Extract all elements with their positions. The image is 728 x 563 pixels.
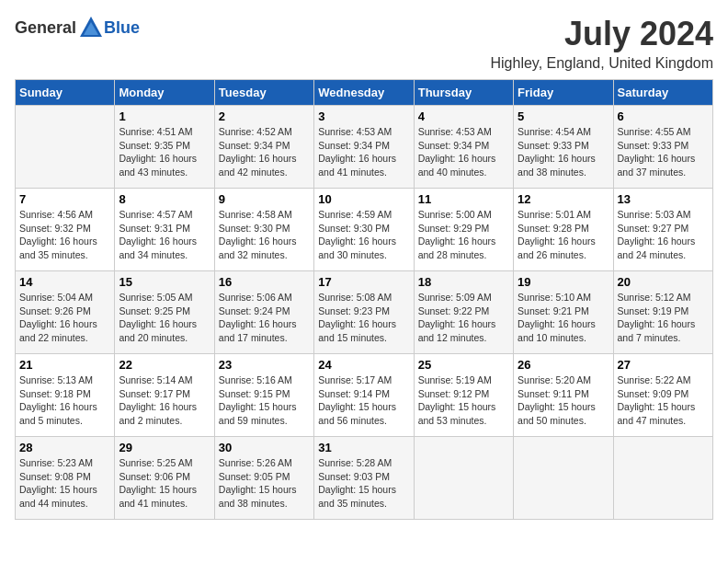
day-info: Sunrise: 4:55 AM Sunset: 9:33 PM Dayligh… [618, 125, 709, 179]
col-saturday: Saturday [613, 80, 712, 106]
calendar-cell: 22Sunrise: 5:14 AM Sunset: 9:17 PM Dayli… [115, 354, 214, 437]
calendar-cell: 23Sunrise: 5:16 AM Sunset: 9:15 PM Dayli… [214, 354, 313, 437]
calendar-cell: 5Sunrise: 4:54 AM Sunset: 9:33 PM Daylig… [514, 106, 613, 189]
day-number: 6 [618, 109, 709, 123]
day-number: 13 [618, 192, 709, 206]
logo-general-text: General [15, 18, 76, 38]
day-number: 15 [119, 275, 210, 289]
calendar-cell: 10Sunrise: 4:59 AM Sunset: 9:30 PM Dayli… [314, 189, 414, 271]
day-number: 29 [119, 441, 210, 454]
day-info: Sunrise: 5:19 AM Sunset: 9:12 PM Dayligh… [418, 373, 509, 428]
day-number: 2 [219, 109, 310, 123]
calendar-cell: 14Sunrise: 5:04 AM Sunset: 9:26 PM Dayli… [16, 271, 115, 354]
day-number: 11 [418, 192, 509, 206]
day-number: 24 [318, 358, 409, 372]
day-number: 25 [418, 358, 509, 372]
day-info: Sunrise: 5:06 AM Sunset: 9:24 PM Dayligh… [219, 291, 310, 345]
day-number: 27 [618, 358, 709, 372]
col-wednesday: Wednesday [314, 80, 414, 106]
day-info: Sunrise: 4:52 AM Sunset: 9:34 PM Dayligh… [219, 125, 310, 179]
col-friday: Friday [514, 80, 613, 106]
day-info: Sunrise: 5:25 AM Sunset: 9:06 PM Dayligh… [119, 456, 210, 511]
day-number: 26 [518, 358, 609, 372]
day-number: 8 [119, 192, 210, 206]
day-number: 9 [219, 192, 310, 206]
day-info: Sunrise: 4:57 AM Sunset: 9:31 PM Dayligh… [119, 208, 210, 262]
calendar-cell: 26Sunrise: 5:20 AM Sunset: 9:11 PM Dayli… [514, 354, 613, 437]
calendar-cell: 27Sunrise: 5:22 AM Sunset: 9:09 PM Dayli… [613, 354, 712, 437]
day-number: 16 [219, 275, 310, 289]
day-number: 18 [418, 275, 509, 289]
calendar-cell: 15Sunrise: 5:05 AM Sunset: 9:25 PM Dayli… [115, 271, 214, 354]
day-info: Sunrise: 5:17 AM Sunset: 9:14 PM Dayligh… [318, 373, 409, 428]
day-info: Sunrise: 5:04 AM Sunset: 9:26 PM Dayligh… [19, 291, 110, 345]
calendar-cell: 8Sunrise: 4:57 AM Sunset: 9:31 PM Daylig… [115, 189, 214, 271]
title-section: July 2024 Highley, England, United Kingd… [490, 15, 713, 72]
calendar-cell: 24Sunrise: 5:17 AM Sunset: 9:14 PM Dayli… [314, 354, 414, 437]
day-info: Sunrise: 5:23 AM Sunset: 9:08 PM Dayligh… [19, 456, 110, 511]
calendar-cell: 7Sunrise: 4:56 AM Sunset: 9:32 PM Daylig… [16, 189, 115, 271]
calendar-week-row: 28Sunrise: 5:23 AM Sunset: 9:08 PM Dayli… [16, 437, 713, 520]
day-info: Sunrise: 5:09 AM Sunset: 9:22 PM Dayligh… [418, 291, 509, 345]
logo-icon [78, 15, 104, 40]
calendar-cell [613, 437, 712, 520]
header-row: Sunday Monday Tuesday Wednesday Thursday… [16, 80, 713, 106]
day-info: Sunrise: 5:12 AM Sunset: 9:19 PM Dayligh… [618, 291, 709, 345]
col-sunday: Sunday [16, 80, 115, 106]
day-info: Sunrise: 5:16 AM Sunset: 9:15 PM Dayligh… [219, 373, 310, 428]
calendar-cell: 29Sunrise: 5:25 AM Sunset: 9:06 PM Dayli… [115, 437, 214, 520]
page-header: General Blue July 2024 Highley, England,… [15, 15, 713, 72]
day-info: Sunrise: 4:51 AM Sunset: 9:35 PM Dayligh… [119, 125, 210, 179]
logo-blue-text: Blue [104, 18, 140, 38]
logo: General Blue [15, 15, 140, 40]
location-subtitle: Highley, England, United Kingdom [490, 55, 713, 72]
day-number: 5 [518, 109, 609, 123]
calendar-cell [514, 437, 613, 520]
day-info: Sunrise: 5:20 AM Sunset: 9:11 PM Dayligh… [518, 373, 609, 428]
day-info: Sunrise: 5:01 AM Sunset: 9:28 PM Dayligh… [518, 208, 609, 262]
col-thursday: Thursday [414, 80, 513, 106]
calendar-cell: 6Sunrise: 4:55 AM Sunset: 9:33 PM Daylig… [613, 106, 712, 189]
day-number: 4 [418, 109, 509, 123]
day-number: 30 [219, 441, 310, 454]
day-info: Sunrise: 5:26 AM Sunset: 9:05 PM Dayligh… [219, 456, 310, 511]
day-info: Sunrise: 4:58 AM Sunset: 9:30 PM Dayligh… [219, 208, 310, 262]
calendar-cell [16, 106, 115, 189]
day-number: 23 [219, 358, 310, 372]
col-tuesday: Tuesday [214, 80, 313, 106]
day-info: Sunrise: 5:03 AM Sunset: 9:27 PM Dayligh… [618, 208, 709, 262]
calendar-cell: 28Sunrise: 5:23 AM Sunset: 9:08 PM Dayli… [16, 437, 115, 520]
day-info: Sunrise: 5:14 AM Sunset: 9:17 PM Dayligh… [119, 373, 210, 428]
day-number: 28 [19, 441, 110, 454]
month-year-title: July 2024 [490, 15, 713, 53]
calendar-cell: 21Sunrise: 5:13 AM Sunset: 9:18 PM Dayli… [16, 354, 115, 437]
day-number: 14 [19, 275, 110, 289]
calendar-cell: 18Sunrise: 5:09 AM Sunset: 9:22 PM Dayli… [414, 271, 513, 354]
day-number: 31 [318, 441, 409, 454]
day-info: Sunrise: 5:22 AM Sunset: 9:09 PM Dayligh… [618, 373, 709, 428]
calendar-cell: 31Sunrise: 5:28 AM Sunset: 9:03 PM Dayli… [314, 437, 414, 520]
day-info: Sunrise: 4:54 AM Sunset: 9:33 PM Dayligh… [518, 125, 609, 179]
calendar-week-row: 1Sunrise: 4:51 AM Sunset: 9:35 PM Daylig… [16, 106, 713, 189]
day-info: Sunrise: 5:00 AM Sunset: 9:29 PM Dayligh… [418, 208, 509, 262]
calendar-table: Sunday Monday Tuesday Wednesday Thursday… [15, 79, 713, 520]
day-number: 20 [618, 275, 709, 289]
day-info: Sunrise: 5:13 AM Sunset: 9:18 PM Dayligh… [19, 373, 110, 428]
calendar-cell [414, 437, 513, 520]
day-info: Sunrise: 4:56 AM Sunset: 9:32 PM Dayligh… [19, 208, 110, 262]
day-info: Sunrise: 4:53 AM Sunset: 9:34 PM Dayligh… [318, 125, 409, 179]
calendar-cell: 12Sunrise: 5:01 AM Sunset: 9:28 PM Dayli… [514, 189, 613, 271]
day-info: Sunrise: 5:08 AM Sunset: 9:23 PM Dayligh… [318, 291, 409, 345]
day-info: Sunrise: 5:10 AM Sunset: 9:21 PM Dayligh… [518, 291, 609, 345]
day-info: Sunrise: 5:05 AM Sunset: 9:25 PM Dayligh… [119, 291, 210, 345]
calendar-cell: 4Sunrise: 4:53 AM Sunset: 9:34 PM Daylig… [414, 106, 513, 189]
day-number: 7 [19, 192, 110, 206]
day-number: 21 [19, 358, 110, 372]
col-monday: Monday [115, 80, 214, 106]
calendar-week-row: 21Sunrise: 5:13 AM Sunset: 9:18 PM Dayli… [16, 354, 713, 437]
calendar-week-row: 14Sunrise: 5:04 AM Sunset: 9:26 PM Dayli… [16, 271, 713, 354]
calendar-cell: 3Sunrise: 4:53 AM Sunset: 9:34 PM Daylig… [314, 106, 414, 189]
calendar-cell: 17Sunrise: 5:08 AM Sunset: 9:23 PM Dayli… [314, 271, 414, 354]
day-number: 1 [119, 109, 210, 123]
calendar-cell: 25Sunrise: 5:19 AM Sunset: 9:12 PM Dayli… [414, 354, 513, 437]
